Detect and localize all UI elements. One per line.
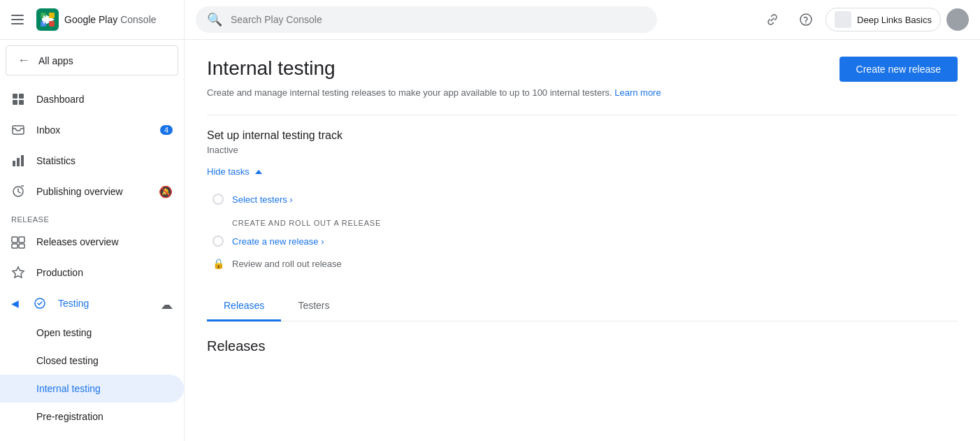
closed-testing-label: Closed testing [36,355,99,366]
release-section-label: Release [0,207,184,226]
svg-rect-14 [21,155,24,166]
svg-point-23 [805,22,807,24]
open-testing-label: Open testing [36,327,92,338]
learn-more-link[interactable]: Learn more [614,87,661,98]
sidebar-item-dashboard[interactable]: Dashboard [0,84,184,115]
statistics-icon [11,154,25,168]
hide-tasks-button[interactable]: Hide tasks [207,166,958,177]
svg-rect-20 [19,244,24,248]
select-testers-link[interactable]: Select testers › [232,194,293,205]
sidebar-item-production[interactable]: Production [0,257,184,288]
sidebar-item-inbox[interactable]: Inbox 4 [0,115,184,145]
dashboard-icon [11,92,25,106]
dashboard-label: Dashboard [36,94,85,105]
publishing-overview-label: Publishing overview [36,186,123,197]
sidebar-item-pre-registration[interactable]: Pre-registration [0,403,184,431]
content-tabs: Releases Testers [207,291,958,321]
help-icon [799,13,813,27]
pre-registration-label: Pre-registration [36,411,103,422]
task-select-testers: Select testers › [212,188,958,210]
inbox-label: Inbox [36,124,60,136]
header-divider [207,115,958,115]
status-badge: Inactive [207,145,958,155]
help-icon-button[interactable] [792,6,820,34]
app-icon [835,11,851,28]
all-apps-button[interactable]: ← All apps [6,45,178,75]
search-input[interactable] [231,14,646,25]
testing-expand-arrow [161,298,173,309]
svg-rect-19 [12,244,17,248]
sidebar: Google Play Console ← All apps Dashboard… [0,0,185,441]
svg-rect-10 [19,100,24,105]
svg-rect-18 [19,237,24,243]
lock-icon: 🔒 [212,258,224,269]
task-circle-icon [212,194,224,205]
main-content: Internal testing Create new release Crea… [185,40,980,441]
sidebar-nav: Dashboard Inbox 4 Statistics Publishing … [0,81,184,441]
page-header: Internal testing Create new release [207,57,958,82]
task-create-release: Create a new release › [212,230,958,252]
svg-rect-17 [12,237,17,243]
link-icon [765,13,779,27]
task-review-rollout: 🔒 Review and roll out release [212,252,958,275]
inbox-icon [11,123,25,137]
top-bar: 🔍 Deep Links Basics [185,0,980,40]
tab-testers[interactable]: Testers [281,291,346,321]
back-arrow-icon: ← [17,53,30,68]
production-label: Production [36,267,83,278]
svg-rect-9 [13,100,17,105]
sidebar-item-open-testing[interactable]: Open testing [0,319,184,347]
svg-rect-3 [49,13,55,18]
setup-section-title: Set up internal testing track [207,129,958,142]
page-description: Create and manage internal testing relea… [207,87,958,98]
svg-rect-7 [13,94,17,99]
logo: Google Play Console [36,8,157,31]
review-rollout-label: Review and roll out release [232,259,342,269]
sidebar-header: Google Play Console [0,0,184,40]
svg-rect-11 [13,126,24,134]
task-list: Select testers › CREATE AND ROLL OUT A R… [212,188,958,275]
testing-label: Testing [58,298,89,309]
notification-off-icon: 🔕 [159,185,173,198]
link-icon-button[interactable] [758,6,786,34]
publishing-overview-icon [11,185,25,198]
create-release-section-label: CREATE AND ROLL OUT A RELEASE [232,219,958,227]
sidebar-item-publishing-overview[interactable]: Publishing overview 🔕 [0,176,184,207]
all-apps-label: All apps [38,55,73,66]
create-release-link[interactable]: Create a new release › [232,236,324,247]
app-chip[interactable]: Deep Links Basics [826,8,941,31]
hide-tasks-label: Hide tasks [207,166,250,177]
logo-text: Google Play Console [64,14,157,25]
tab-releases[interactable]: Releases [207,291,281,321]
search-icon: 🔍 [207,12,222,27]
statistics-label: Statistics [36,155,75,166]
production-icon [11,266,25,280]
svg-rect-4 [49,21,55,27]
chevron-up-icon [255,170,262,174]
releases-overview-icon [11,235,25,249]
top-bar-actions: Deep Links Basics [758,6,969,34]
inbox-badge: 4 [160,125,173,135]
svg-rect-13 [17,158,20,166]
search-bar[interactable]: 🔍 [196,6,657,33]
play-console-logo-icon [36,8,59,31]
internal-testing-label: Internal testing [36,383,101,394]
svg-rect-8 [19,94,24,99]
releases-section-title: Releases [207,338,958,354]
releases-overview-label: Releases overview [36,236,119,247]
create-new-release-button[interactable]: Create new release [840,57,958,82]
task-circle-create-icon [212,236,224,247]
main-wrapper: 🔍 Deep Links Basics Internal testing Cre… [185,0,980,441]
testing-icon [33,296,47,310]
expand-left-icon: ◀ [11,298,19,309]
svg-rect-12 [13,161,15,166]
sidebar-item-releases-overview[interactable]: Releases overview [0,226,184,257]
hamburger-menu[interactable] [11,11,28,28]
sidebar-item-testing[interactable]: ◀ Testing [0,288,184,319]
sidebar-item-statistics[interactable]: Statistics [0,145,184,176]
sidebar-item-closed-testing[interactable]: Closed testing [0,347,184,375]
page-title: Internal testing [207,57,336,80]
user-avatar[interactable] [946,8,969,31]
app-name-label: Deep Links Basics [857,15,932,25]
sidebar-item-internal-testing[interactable]: Internal testing [0,375,184,403]
